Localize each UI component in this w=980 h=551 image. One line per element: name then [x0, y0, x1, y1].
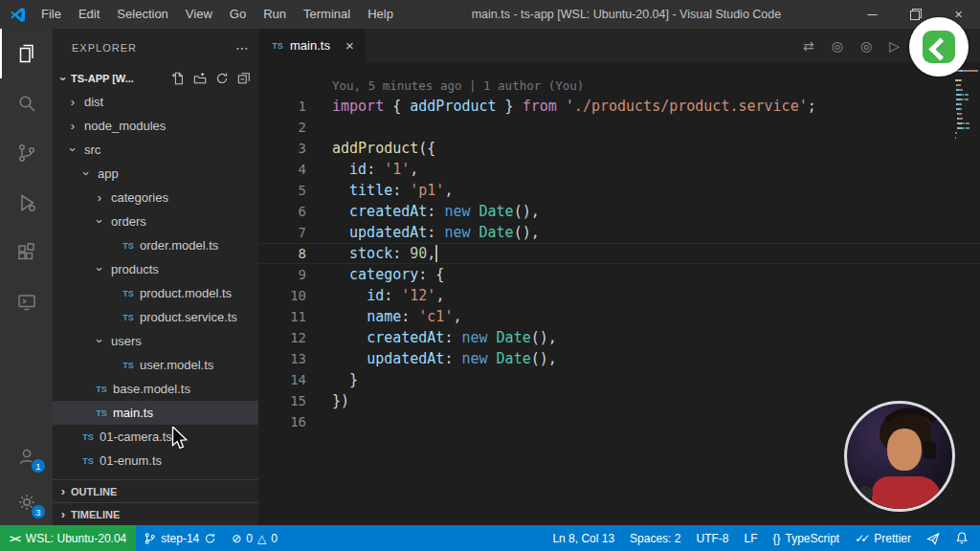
code-line-2[interactable]: 2	[258, 117, 980, 138]
toggle-icon-1[interactable]: ◎	[832, 38, 843, 54]
tree-item-node_modules[interactable]: ›node_modules	[53, 114, 258, 138]
code-line-9[interactable]: 9 category: {	[258, 264, 980, 285]
code-line-6[interactable]: 6 createdAt: new Date(),	[258, 201, 980, 222]
sync-icon[interactable]	[204, 532, 216, 545]
indentation-status[interactable]: Spaces: 2	[622, 532, 688, 545]
formatter-status[interactable]: ✓✓ Prettier	[847, 532, 919, 545]
code-text: name: 'c1',	[332, 308, 461, 325]
activity-remote-explorer-button[interactable]	[0, 277, 53, 327]
code-line-7[interactable]: 7 updatedAt: new Date(),	[258, 222, 980, 243]
new-file-icon[interactable]	[171, 72, 185, 85]
run-debug-icon	[15, 191, 38, 214]
line-number: 2	[258, 120, 306, 135]
problems-indicator[interactable]: ⊘ 0 △ 0	[224, 532, 285, 545]
eol-status[interactable]: LF	[736, 532, 765, 545]
mouse-cursor	[170, 427, 189, 450]
code-text: updatedAt: new Date(),	[332, 224, 540, 241]
accounts-button[interactable]: 1	[0, 433, 53, 479]
activity-source-control-button[interactable]	[0, 128, 53, 178]
tree-item-01-camera.ts[interactable]: TS01-camera.ts	[53, 425, 258, 449]
refresh-icon[interactable]	[215, 72, 229, 85]
menu-edit[interactable]: Edit	[70, 0, 108, 29]
tab-bar: TS main.ts × ⇄◎◎▷	[258, 29, 980, 62]
tree-item-01-enum.ts[interactable]: TS01-enum.ts	[53, 449, 258, 473]
tree-item-label: orders	[111, 214, 146, 229]
chevron-down-icon: ›	[93, 262, 107, 277]
new-folder-icon[interactable]	[193, 72, 207, 85]
toggle-icon-2[interactable]: ◎	[860, 38, 872, 54]
code-text: stock: 90,	[332, 245, 437, 263]
menu-run[interactable]: Run	[255, 0, 295, 29]
activity-extensions-button[interactable]	[0, 228, 53, 277]
tree-item-app[interactable]: ›app	[53, 162, 258, 186]
activity-run-debug-button[interactable]	[0, 178, 53, 228]
tree-item-product.service.ts[interactable]: TSproduct.service.ts	[53, 305, 258, 329]
editor-actions: ⇄◎◎▷	[803, 29, 900, 62]
tree-item-base.model.ts[interactable]: TSbase.model.ts	[53, 377, 258, 401]
menu-file[interactable]: File	[33, 0, 70, 29]
tree-item-products[interactable]: ›products	[53, 257, 258, 281]
code-line-5[interactable]: 5 title: 'p1',	[258, 180, 980, 201]
typescript-file-icon: TS	[80, 456, 96, 466]
menu-go[interactable]: Go	[221, 0, 255, 29]
menu-help[interactable]: Help	[359, 0, 402, 29]
tree-item-user.model.ts[interactable]: TSuser.model.ts	[53, 353, 258, 377]
code-line-10[interactable]: 10 id: '12',	[258, 285, 980, 306]
line-number: 4	[258, 162, 306, 177]
tree-item-product.model.ts[interactable]: TSproduct.model.ts	[53, 281, 258, 305]
code-line-4[interactable]: 4 id: '1',	[258, 159, 980, 180]
menu-view[interactable]: View	[177, 0, 221, 29]
open-changes-icon[interactable]: ⇄	[803, 38, 814, 54]
code-line-3[interactable]: 3addProduct({	[258, 138, 980, 159]
vscode-window: FileEditSelectionViewGoRunTerminalHelp m…	[0, 0, 980, 551]
tree-item-categories[interactable]: ›categories	[53, 186, 258, 209]
minimap[interactable]	[951, 70, 980, 146]
language-mode-status[interactable]: {} TypeScript	[765, 532, 847, 545]
chevron-right-icon: ›	[56, 507, 71, 521]
activity-explorer-button[interactable]	[0, 29, 53, 78]
code-line-8[interactable]: 8 stock: 90,	[258, 243, 980, 264]
remote-indicator[interactable]: >< WSL: Ubuntu-20.04	[0, 525, 136, 551]
collapse-all-icon[interactable]	[237, 72, 251, 85]
menu-bar: FileEditSelectionViewGoRunTerminalHelp	[33, 0, 402, 29]
explorer-sidebar: EXPLORER ⋯ › TS-APP [W... ›dist›node_mod…	[53, 29, 258, 525]
code-line-11[interactable]: 11 name: 'c1',	[258, 306, 980, 327]
tree-item-users[interactable]: ›users	[53, 329, 258, 353]
run-file-icon[interactable]: ▷	[889, 38, 900, 54]
tree-item-label: user.model.ts	[140, 358, 213, 372]
menu-selection[interactable]: Selection	[108, 0, 176, 29]
feedback-button[interactable]	[919, 532, 947, 545]
tree-item-dist[interactable]: ›dist	[53, 90, 258, 114]
code-line-1[interactable]: 1import { addProduct } from './products/…	[258, 96, 980, 117]
notifications-button[interactable]	[947, 531, 976, 545]
cursor-position-status[interactable]: Ln 8, Col 13	[545, 532, 622, 545]
sidebar-panels: ›OUTLINE›TIMELINE	[53, 479, 258, 525]
workspace-section-header[interactable]: › TS-APP [W...	[53, 67, 258, 90]
code-line-14[interactable]: 14 }	[258, 369, 980, 390]
tree-item-order.model.ts[interactable]: TSorder.model.ts	[53, 233, 258, 257]
tree-item-label: app	[98, 166, 119, 181]
menu-terminal[interactable]: Terminal	[295, 0, 359, 29]
warnings-icon: △	[257, 532, 266, 545]
code-line-12[interactable]: 12 createdAt: new Date(),	[258, 327, 980, 348]
panel-outline[interactable]: ›OUTLINE	[53, 479, 258, 502]
tab-main-ts[interactable]: TS main.ts ×	[258, 29, 366, 62]
tab-close-icon[interactable]: ×	[345, 38, 354, 53]
tree-item-main.ts[interactable]: TSmain.ts	[53, 401, 258, 425]
tree-item-orders[interactable]: ›orders	[53, 209, 258, 233]
branch-indicator[interactable]: step-14	[136, 532, 224, 545]
tree-item-src[interactable]: ›src	[53, 138, 258, 162]
minimap-line	[955, 118, 978, 120]
minimize-button[interactable]: ─	[851, 0, 894, 29]
code-text: title: 'p1',	[332, 182, 453, 199]
encoding-status[interactable]: UTF-8	[688, 532, 736, 545]
explorer-more-actions-button[interactable]: ⋯	[235, 40, 249, 55]
settings-button[interactable]: 3	[0, 479, 53, 525]
tree-item-label: 01-enum.ts	[100, 453, 162, 468]
code-text: createdAt: new Date(),	[332, 203, 540, 220]
panel-label: TIMELINE	[71, 509, 120, 520]
panel-timeline[interactable]: ›TIMELINE	[53, 502, 258, 525]
code-text: })	[332, 392, 349, 409]
activity-search-button[interactable]	[0, 78, 53, 128]
code-line-13[interactable]: 13 updatedAt: new Date(),	[258, 348, 980, 369]
